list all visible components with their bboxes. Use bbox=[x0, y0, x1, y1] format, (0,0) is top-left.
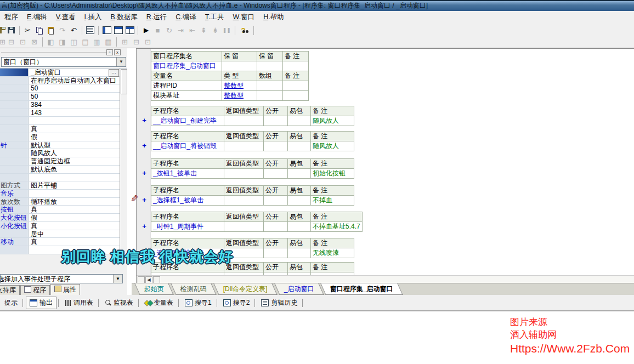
tab-支持库[interactable]: 支持库 bbox=[0, 285, 20, 295]
event-handler-combo[interactable]: 选择加入事件处理子程序 ▼ bbox=[0, 274, 123, 283]
undo-icon[interactable]: ↶ bbox=[68, 25, 80, 36]
property-row[interactable]: 针默认型 bbox=[0, 141, 127, 150]
panel-restore-icon[interactable]: ▫ bbox=[106, 49, 113, 55]
property-row[interactable]: 居中 bbox=[0, 230, 127, 238]
size-icon[interactable]: ⊟ bbox=[131, 37, 142, 47]
menu-item-4[interactable]: B.数据库 bbox=[106, 11, 141, 24]
table-cell[interactable] bbox=[288, 248, 311, 258]
table-cell[interactable] bbox=[224, 222, 264, 232]
table-cell[interactable] bbox=[224, 141, 264, 151]
table-cell[interactable]: __启动窗口_将被销毁 bbox=[151, 141, 224, 151]
property-value[interactable]: 在程序启动后自动调入本窗口 bbox=[29, 77, 120, 84]
property-value[interactable]: _启动窗口 bbox=[29, 69, 120, 76]
align-icon[interactable]: ◨ bbox=[56, 37, 68, 47]
tab-属性[interactable]: 属性 bbox=[50, 284, 80, 295]
property-row[interactable]: 50 bbox=[0, 93, 127, 101]
doc-tab-起始页[interactable]: 起始页 bbox=[134, 283, 173, 295]
table-cell[interactable] bbox=[288, 169, 311, 179]
property-value[interactable]: 50 bbox=[29, 84, 120, 92]
table-cell[interactable] bbox=[283, 91, 309, 101]
property-row[interactable]: 默认底色 bbox=[0, 166, 127, 174]
step-out-icon[interactable]: ⇤ bbox=[186, 25, 198, 36]
panel-grip[interactable] bbox=[1, 52, 110, 54]
table-cell[interactable] bbox=[224, 196, 264, 206]
align-icon[interactable]: ⊠ bbox=[29, 37, 40, 47]
table-cell[interactable] bbox=[264, 116, 288, 126]
expand-plus-icon[interactable]: + bbox=[140, 116, 148, 124]
property-row[interactable]: 384 bbox=[0, 101, 127, 109]
expand-plus-icon[interactable]: + bbox=[140, 141, 148, 150]
table-cell[interactable] bbox=[257, 61, 283, 71]
property-value[interactable]: 假 bbox=[29, 214, 120, 221]
property-row[interactable]: 真 bbox=[0, 125, 127, 133]
table-cell[interactable]: 初始化按钮 bbox=[311, 169, 354, 179]
doc-tab-_启动窗口[interactable]: _启动窗口 bbox=[274, 283, 324, 295]
layout-left-icon[interactable] bbox=[101, 25, 112, 36]
property-value[interactable]: 50 bbox=[29, 93, 120, 100]
property-value[interactable]: 真 bbox=[29, 222, 120, 230]
table-cell[interactable] bbox=[264, 248, 288, 258]
property-row[interactable]: 在程序启动后自动调入本窗口 bbox=[0, 77, 127, 85]
align-icon[interactable]: ⊞ bbox=[0, 37, 5, 47]
property-value[interactable]: 384 bbox=[29, 101, 120, 109]
property-row[interactable]: 音乐 bbox=[0, 190, 127, 198]
table-cell[interactable] bbox=[288, 222, 311, 232]
property-row[interactable]: 放次数循环播放 bbox=[0, 198, 127, 206]
step-into-icon[interactable]: ⇥ bbox=[175, 25, 186, 36]
table-cell[interactable] bbox=[283, 81, 309, 91]
property-row[interactable]: 按钮真 bbox=[0, 206, 127, 214]
menu-item-8[interactable]: W.窗口 bbox=[229, 11, 259, 24]
property-value[interactable]: 默认型 bbox=[29, 141, 120, 149]
chevron-down-icon[interactable]: ▼ bbox=[116, 58, 126, 66]
property-value[interactable] bbox=[29, 174, 120, 181]
table-cell[interactable]: 不掉血基址5.4.7 bbox=[311, 222, 363, 232]
chevron-down-icon[interactable]: ▼ bbox=[113, 275, 122, 283]
table-cell[interactable] bbox=[257, 81, 283, 91]
bottom-item-调用表[interactable]: 调用表 bbox=[61, 297, 97, 309]
property-row[interactable]: 移动真 bbox=[0, 238, 127, 246]
property-row[interactable]: 小化按钮真 bbox=[0, 222, 127, 230]
table-cell[interactable] bbox=[224, 169, 264, 179]
bottom-item-输出[interactable]: 输出 bbox=[26, 297, 56, 309]
table-cell[interactable] bbox=[222, 61, 257, 71]
expand-plus-icon[interactable]: + bbox=[140, 196, 148, 204]
table-cell[interactable] bbox=[264, 141, 288, 151]
table-cell[interactable]: _按钮1_被单击 bbox=[151, 169, 224, 179]
menu-item-1[interactable]: E.编辑 bbox=[22, 11, 52, 24]
property-row[interactable]: 大化按钮假 bbox=[0, 214, 127, 222]
bottom-item-提示[interactable]: 提示 bbox=[1, 297, 21, 309]
size-icon[interactable]: ⊞ bbox=[119, 37, 131, 47]
table-cell[interactable]: 窗口程序集_启动窗口 bbox=[151, 61, 222, 71]
align-icon[interactable]: ◧ bbox=[45, 37, 56, 47]
table-cell[interactable]: 随风故人 bbox=[311, 116, 354, 126]
panel-close-icon[interactable]: x bbox=[114, 49, 121, 55]
table-cell[interactable]: 模块基址 bbox=[151, 91, 222, 101]
help-find-icon[interactable]: ? bbox=[237, 25, 249, 36]
debug-restart-icon[interactable]: ↻ bbox=[163, 25, 175, 36]
bottom-item-监视表[interactable]: 监视表 bbox=[101, 297, 137, 309]
table-cell[interactable] bbox=[257, 91, 283, 101]
property-value[interactable]: 居中 bbox=[29, 230, 120, 238]
tab-程序[interactable]: 程序 bbox=[20, 285, 50, 295]
table-cell[interactable] bbox=[264, 222, 288, 232]
property-row[interactable] bbox=[0, 117, 127, 125]
table-cell[interactable]: 不掉血 bbox=[311, 196, 354, 206]
table-cell[interactable] bbox=[283, 61, 309, 71]
layout-top-icon[interactable] bbox=[112, 25, 124, 36]
bottom-item-剪辑历史[interactable]: 剪辑历史 bbox=[258, 297, 301, 309]
property-value[interactable]: 真 bbox=[29, 125, 120, 133]
redo-icon[interactable]: ↷ bbox=[56, 25, 68, 36]
menu-item-6[interactable]: C.编译 bbox=[171, 11, 201, 24]
cut-icon[interactable]: ✂ bbox=[22, 25, 33, 36]
property-value[interactable]: 真 bbox=[29, 206, 120, 213]
property-value[interactable]: 图片平铺 bbox=[29, 181, 120, 189]
property-value[interactable]: 默认底色 bbox=[29, 166, 120, 173]
property-row[interactable]: 图方式图片平铺 bbox=[0, 181, 127, 190]
property-row[interactable]: 随风故人 bbox=[0, 149, 127, 157]
copy-icon[interactable] bbox=[33, 25, 45, 36]
table-cell[interactable]: _选择框1_被单击 bbox=[151, 196, 224, 206]
align-icon[interactable]: ◫ bbox=[68, 37, 80, 47]
layout-split-icon[interactable] bbox=[124, 25, 135, 36]
property-row[interactable]: 假 bbox=[0, 133, 127, 141]
property-value[interactable]: 真 bbox=[29, 238, 120, 246]
